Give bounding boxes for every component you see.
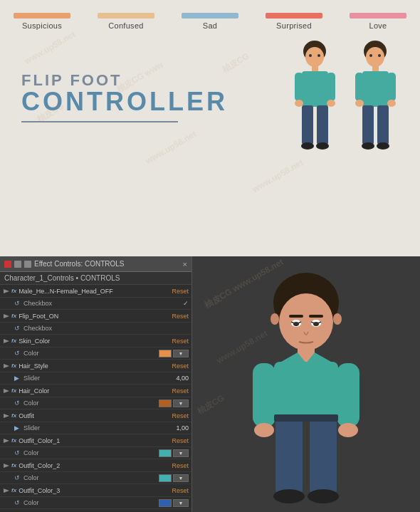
svg-point-17 <box>378 54 381 57</box>
swatch-menu-button[interactable]: ▼ <box>173 499 189 507</box>
svg-point-47 <box>313 322 319 326</box>
refresh-icon: ↺ <box>14 300 21 307</box>
reset-button[interactable]: Reset <box>172 313 189 320</box>
slider-triangle-icon: ▶ <box>14 375 21 382</box>
effect-item-skin-color[interactable]: fx Skin_Color Reset <box>0 335 191 348</box>
svg-point-22 <box>355 100 364 107</box>
refresh-icon: ↺ <box>14 325 21 332</box>
svg-point-3 <box>317 54 320 57</box>
color-swatch[interactable] <box>159 399 172 407</box>
svg-rect-6 <box>295 73 303 101</box>
reset-button[interactable]: Reset <box>172 362 189 370</box>
effect-sub-flip-foot: ↺ Checkbox <box>0 323 191 335</box>
effect-name: Skin_Color <box>19 338 169 345</box>
color-swatch[interactable] <box>159 449 172 457</box>
svg-rect-50 <box>253 363 275 427</box>
svg-rect-18 <box>372 66 379 71</box>
expand-icon[interactable] <box>3 462 10 469</box>
character-figure-1 <box>292 36 338 164</box>
svg-point-46 <box>293 322 299 326</box>
emotion-bar <box>350 13 406 19</box>
color-swatch[interactable] <box>159 350 172 357</box>
reset-button[interactable]: Reset <box>172 437 189 444</box>
emotion-tab-surprised[interactable]: Surprised <box>266 13 322 30</box>
svg-rect-56 <box>274 414 338 422</box>
svg-marker-30 <box>4 339 9 343</box>
svg-point-8 <box>295 100 303 107</box>
swatch-menu-button[interactable]: ▼ <box>173 350 189 357</box>
expand-icon[interactable] <box>3 437 10 444</box>
slider-value: 4,00 <box>176 375 189 382</box>
panel-close-button[interactable]: × <box>183 260 187 268</box>
expand-icon[interactable] <box>3 412 10 419</box>
reset-button[interactable]: Reset <box>172 288 189 295</box>
reset-button[interactable]: Reset <box>172 462 189 469</box>
emotion-tab-suspicious[interactable]: Suspicious <box>14 13 70 30</box>
svg-point-26 <box>362 142 374 150</box>
swatch-menu-button[interactable]: ▼ <box>173 399 189 407</box>
effect-item-flip-foot[interactable]: fx Flip_Foot_ON Reset <box>0 310 191 323</box>
panel-icon-red <box>4 261 11 268</box>
effect-item-outfit[interactable]: fx Outfit Reset <box>0 409 191 422</box>
effect-sub-outfit: ▶ Slider 1,00 <box>0 422 191 434</box>
bottom-section: Effect Controls: CONTROLS × Character_1_… <box>0 256 420 512</box>
effect-item-outfit-color-3[interactable]: fx Outfit_Color_3 Reset <box>0 484 191 497</box>
swatch-menu-button[interactable]: ▼ <box>173 449 189 457</box>
svg-rect-19 <box>362 71 389 107</box>
effect-item-hair-style[interactable]: fx Hair_Style Reset <box>0 360 191 372</box>
top-characters <box>292 36 399 164</box>
svg-point-12 <box>301 142 314 150</box>
refresh-icon: ↺ <box>14 449 21 456</box>
refresh-icon: ↺ <box>14 350 21 357</box>
effect-sub-outfit-color-3: ↺ Color ▼ <box>0 497 191 509</box>
emotion-tab-confused[interactable]: Confused <box>98 13 154 30</box>
effect-item-male-head[interactable]: fx Male_He...N-Female_Head_OFF Reset <box>0 285 191 298</box>
emotion-tabs: Suspicious Confused Sad Surprised Love <box>0 0 420 30</box>
effect-sub-male-head: ↺ Checkbox ✓ <box>0 298 191 310</box>
expand-icon[interactable] <box>3 487 10 494</box>
reset-button[interactable]: Reset <box>172 487 189 494</box>
expand-icon[interactable] <box>3 288 10 295</box>
panel-header: Effect Controls: CONTROLS × <box>0 256 191 272</box>
emotion-bar <box>266 13 322 19</box>
character-figure-2 <box>352 36 399 164</box>
svg-point-58 <box>308 489 339 503</box>
effect-item-outfit-color-2[interactable]: fx Outfit_Color_2 Reset <box>0 459 191 472</box>
effect-item-outfit-color-1[interactable]: fx Outfit_Color_1 Reset <box>0 434 191 447</box>
emotion-label: Surprised <box>276 21 312 30</box>
effect-name: Outfit_Color_2 <box>19 462 169 469</box>
reset-button[interactable]: Reset <box>172 412 189 419</box>
effect-name: Hair_Color <box>19 387 169 395</box>
emotion-tab-love[interactable]: Love <box>350 13 406 30</box>
reset-button[interactable]: Reset <box>172 338 189 345</box>
effect-sub-outfit-color-1: ↺ Color ▼ <box>0 447 191 459</box>
effect-item-hair-color[interactable]: fx Hair_Color Reset <box>0 385 191 397</box>
emotion-bar <box>14 13 70 19</box>
fx-badge: fx <box>11 462 16 469</box>
effect-name: Outfit <box>19 412 169 419</box>
sub-label: Checkbox <box>23 325 186 332</box>
emotion-tab-sad[interactable]: Sad <box>182 13 238 30</box>
top-section: Suspicious Confused Sad Surprised Love F… <box>0 0 420 256</box>
refresh-icon: ↺ <box>14 399 21 407</box>
svg-point-23 <box>387 100 396 107</box>
fx-badge: fx <box>11 338 16 344</box>
svg-point-9 <box>327 100 335 107</box>
refresh-icon: ↺ <box>14 474 21 481</box>
svg-point-39 <box>271 313 279 325</box>
svg-point-13 <box>316 142 329 150</box>
svg-marker-31 <box>4 364 9 368</box>
expand-icon[interactable] <box>3 338 10 345</box>
effect-name: Male_He...N-Female_Head_OFF <box>19 288 169 295</box>
svg-point-40 <box>333 313 342 325</box>
svg-rect-49 <box>274 362 338 419</box>
expand-icon[interactable] <box>3 387 10 395</box>
color-swatch[interactable] <box>159 499 172 507</box>
expand-icon[interactable] <box>3 313 10 320</box>
effect-panel: Effect Controls: CONTROLS × Character_1_… <box>0 256 192 512</box>
reset-button[interactable]: Reset <box>172 387 189 395</box>
color-swatch[interactable] <box>159 474 172 482</box>
swatch-menu-button[interactable]: ▼ <box>173 474 189 482</box>
slider-triangle-icon: ▶ <box>14 424 21 432</box>
expand-icon[interactable] <box>3 362 10 370</box>
